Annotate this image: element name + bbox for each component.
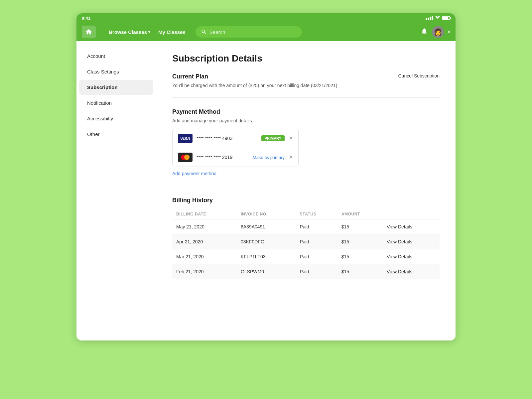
sidebar-item-account[interactable]: Account [79, 49, 153, 64]
billing-history-section: Billing History BILLING DATE INVOICE NO.… [172, 197, 440, 289]
billing-date: Feb 21, 2020 [172, 264, 237, 279]
bell-icon [421, 28, 428, 35]
cancel-subscription-link[interactable]: Cancel Subscription [398, 73, 440, 78]
navbar-right: 👩 ▾ [421, 26, 450, 38]
billing-status: Paid [296, 264, 337, 279]
content-area: Subscription Details Current Plan Cancel… [156, 41, 456, 340]
mastercard-logo [178, 153, 193, 162]
billing-table-row: Mar 21, 2020 KFLP1LF03 Paid $15 View Det… [172, 249, 440, 264]
home-button[interactable] [82, 26, 96, 38]
view-details-cell: View Details [383, 219, 440, 234]
status-bar: 9:41 [76, 13, 456, 23]
current-plan-section: Current Plan Cancel Subscription You'll … [172, 73, 440, 98]
sidebar-item-class-settings[interactable]: Class Settings [79, 64, 153, 79]
payment-method-subtitle: Add and manage your payment details. [172, 118, 440, 123]
search-input[interactable] [209, 29, 297, 35]
avatar-chevron[interactable]: ▾ [448, 30, 450, 35]
visa-card-logo: VISA [178, 134, 193, 143]
status-time: 9:41 [82, 16, 90, 21]
primary-badge: PRIMARY [261, 135, 285, 141]
sidebar-item-subscription[interactable]: Subscription [79, 80, 153, 95]
invoice-no: KFLP1LF03 [237, 249, 296, 264]
payment-card-mastercard: **** **** **** 2019 Make as primary ✕ [173, 148, 298, 167]
billing-date: Mar 21, 2020 [172, 249, 237, 264]
remove-visa-card-button[interactable]: ✕ [289, 136, 293, 141]
home-icon [85, 28, 92, 36]
page-title: Subscription Details [172, 53, 440, 64]
payment-card-visa: VISA **** **** **** 4903 PRIMARY ✕ [173, 129, 298, 148]
sidebar-item-notification[interactable]: Notification [79, 95, 153, 110]
add-payment-method-link[interactable]: Add payment method [172, 171, 216, 176]
browse-classes-link[interactable]: Browse Classes ▾ [105, 27, 154, 37]
view-details-cell: View Details [383, 249, 440, 264]
billing-amount: $15 [337, 249, 383, 264]
billing-table-row: May 21, 2020 6A39A0491 Paid $15 View Det… [172, 219, 440, 234]
billing-amount: $15 [337, 219, 383, 234]
current-plan-header: Current Plan Cancel Subscription [172, 73, 440, 83]
sidebar: Account Class Settings Subscription Noti… [76, 41, 156, 340]
billing-status: Paid [296, 249, 337, 264]
billing-table-header: BILLING DATE INVOICE NO. STATUS AMOUNT [172, 209, 440, 219]
navbar-divider [102, 27, 102, 37]
billing-date: May 21, 2020 [172, 219, 237, 234]
billing-amount: $15 [337, 234, 383, 249]
col-action [383, 209, 440, 219]
main-layout: Account Class Settings Subscription Noti… [76, 41, 456, 340]
col-amount: AMOUNT [337, 209, 383, 219]
navbar: Browse Classes ▾ My Classes 👩 ▾ [76, 23, 456, 41]
billing-table: BILLING DATE INVOICE NO. STATUS AMOUNT M… [172, 209, 440, 279]
col-invoice-no: INVOICE NO. [237, 209, 296, 219]
col-status: STATUS [296, 209, 337, 219]
view-details-link[interactable]: View Details [387, 269, 412, 274]
visa-card-number: **** **** **** 4903 [197, 136, 261, 141]
invoice-no: GLSPWM0 [237, 264, 296, 279]
avatar[interactable]: 👩 [432, 26, 444, 38]
view-details-cell: View Details [383, 234, 440, 249]
sidebar-item-accessibility[interactable]: Accessibilty [79, 111, 153, 126]
payment-cards-list: VISA **** **** **** 4903 PRIMARY ✕ [172, 129, 299, 167]
device-frame: 9:41 [76, 13, 456, 340]
billing-table-row: Feb 21, 2020 GLSPWM0 Paid $15 View Detai… [172, 264, 440, 279]
sidebar-item-other[interactable]: Other [79, 127, 153, 142]
browse-classes-chevron: ▾ [148, 30, 150, 34]
billing-status: Paid [296, 219, 337, 234]
mastercard-number: **** **** **** 2019 [197, 155, 253, 160]
wifi-icon [435, 15, 440, 21]
navbar-links: Browse Classes ▾ My Classes [105, 27, 189, 37]
status-bar-right [426, 15, 450, 21]
bell-button[interactable] [421, 28, 428, 36]
billing-table-row: Apr 21, 2020 03KF0DFG Paid $15 View Deta… [172, 234, 440, 249]
billing-amount: $15 [337, 264, 383, 279]
search-icon [201, 29, 207, 35]
view-details-cell: View Details [383, 264, 440, 279]
search-bar[interactable] [196, 26, 302, 38]
invoice-no: 03KF0DFG [237, 234, 296, 249]
col-billing-date: BILLING DATE [172, 209, 237, 219]
invoice-no: 6A39A0491 [237, 219, 296, 234]
remove-mastercard-button[interactable]: ✕ [289, 155, 293, 160]
billing-status: Paid [296, 234, 337, 249]
view-details-link[interactable]: View Details [387, 254, 412, 259]
billing-history-title: Billing History [172, 197, 440, 204]
view-details-link[interactable]: View Details [387, 239, 412, 244]
view-details-link[interactable]: View Details [387, 224, 412, 229]
billing-date: Apr 21, 2020 [172, 234, 237, 249]
make-primary-link[interactable]: Make as primary [253, 155, 285, 160]
current-plan-title: Current Plan [172, 73, 208, 80]
current-plan-description: You'll be charged with the amount of ($2… [172, 83, 440, 88]
signal-icon [426, 16, 433, 20]
my-classes-link[interactable]: My Classes [155, 27, 189, 37]
battery-icon [442, 16, 450, 20]
payment-method-title: Payment Method [172, 108, 440, 115]
payment-method-section: Payment Method Add and manage your payme… [172, 108, 440, 186]
